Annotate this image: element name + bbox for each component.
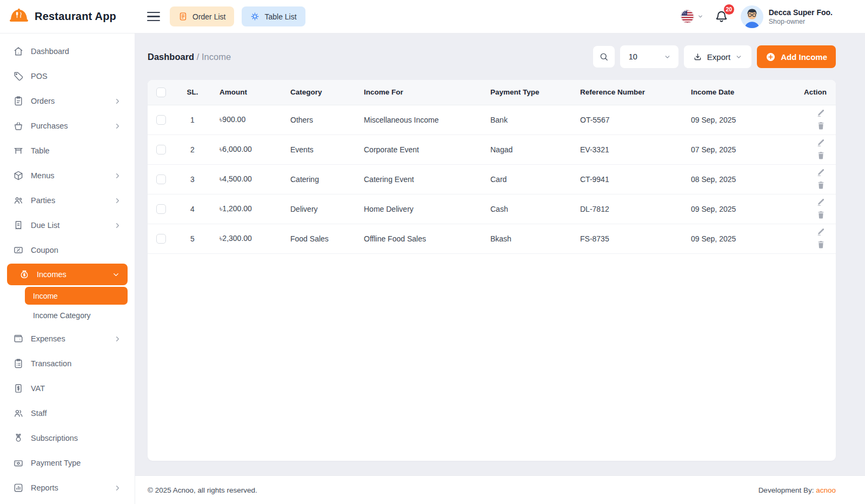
brand-name: Restaurant App — [35, 10, 116, 23]
export-button[interactable]: Export — [684, 45, 751, 68]
table-row: 4 ৳1,200.00 Delivery Home Delivery Cash … — [148, 194, 836, 224]
edit-button[interactable] — [815, 196, 827, 209]
basket-icon — [13, 120, 24, 131]
export-label: Export — [707, 52, 730, 62]
menu-toggle-button[interactable] — [145, 10, 162, 24]
sidebar-item-reports[interactable]: Reports — [0, 475, 135, 500]
sidebar-item-label: Orders — [31, 97, 55, 105]
sidebar-item-menus[interactable]: Menus — [0, 163, 135, 188]
chevron-right-icon — [114, 122, 122, 130]
sidebar-item-income[interactable]: Income — [25, 287, 128, 305]
payment-type-cell: Card — [490, 164, 580, 194]
acnoo-link[interactable]: acnoo — [816, 486, 836, 494]
category-cell: Events — [290, 135, 364, 164]
amount-cell: ৳4,500.00 — [211, 164, 290, 194]
sidebar-item-table[interactable]: Table — [0, 138, 135, 163]
order-list-button[interactable]: Order List — [170, 6, 234, 26]
row-checkbox[interactable] — [156, 145, 166, 154]
sidebar-item-label: Reports — [31, 483, 58, 492]
row-checkbox[interactable] — [156, 234, 166, 244]
edit-button[interactable] — [815, 107, 827, 120]
income-for-cell: Miscellaneous Income — [364, 105, 490, 135]
sl-cell: 3 — [174, 164, 211, 194]
breadcrumb: Dashboard / Income — [148, 52, 231, 62]
reference-cell: FS-8735 — [580, 224, 691, 253]
wallet-icon — [13, 333, 24, 344]
select-all-checkbox[interactable] — [156, 88, 166, 97]
table-icon — [13, 145, 24, 156]
sidebar-item-income-category[interactable]: Income Category — [25, 306, 128, 325]
row-checkbox[interactable] — [156, 204, 166, 214]
top-header: Restaurant App Order List Table List — [0, 0, 865, 33]
income-table-card: SL. Amount Category Income For Payment T… — [148, 80, 836, 461]
sidebar-item-label: Menus — [31, 171, 55, 180]
chevron-right-icon — [114, 335, 122, 343]
sidebar-item-subscriptions[interactable]: Subscriptions — [0, 426, 135, 451]
sidebar-item-label: Incomes — [37, 270, 66, 279]
user-name: Decca Super Foo. — [769, 8, 833, 17]
chevron-right-icon — [114, 197, 122, 205]
ticket-icon — [13, 245, 24, 256]
row-checkbox[interactable] — [156, 115, 166, 125]
income-for-cell: Corporate Event — [364, 135, 490, 164]
footer: © 2025 Acnoo, all rights reserved. Devel… — [135, 475, 865, 504]
reference-cell: DL-7812 — [580, 194, 691, 224]
header-action: Action — [791, 80, 836, 105]
sidebar-item-incomes[interactable]: Incomes — [7, 264, 128, 285]
sidebar-item-orders[interactable]: Orders — [0, 89, 135, 113]
user-menu[interactable]: Decca Super Foo. Shop-owner — [741, 5, 833, 28]
package-icon — [13, 170, 24, 181]
page-head: Dashboard / Income 10 Export Add Income — [148, 33, 836, 80]
sl-cell: 1 — [174, 105, 211, 135]
chevron-down-icon — [735, 53, 742, 61]
sidebar-item-payment-type[interactable]: Payment Type — [0, 451, 135, 475]
copyright-text: © 2025 Acnoo, all rights reserved. — [148, 486, 257, 494]
breadcrumb-dashboard[interactable]: Dashboard — [148, 52, 194, 62]
breadcrumb-current: Income — [202, 52, 231, 62]
sidebar-item-dashboard[interactable]: Dashboard — [0, 39, 135, 64]
sidebar-item-vat[interactable]: VAT — [0, 376, 135, 401]
add-income-button[interactable]: Add Income — [757, 45, 836, 68]
notifications-button[interactable]: 20 — [714, 8, 729, 25]
sidebar-item-label: Subscriptions — [31, 434, 78, 442]
search-button[interactable] — [593, 46, 615, 68]
edit-button[interactable] — [815, 166, 827, 179]
user-meta: Decca Super Foo. Shop-owner — [769, 8, 833, 25]
delete-button[interactable] — [815, 150, 827, 163]
sidebar-item-pos[interactable]: POS — [0, 64, 135, 89]
income-for-cell: Home Delivery — [364, 194, 490, 224]
table-row: 1 ৳900.00 Others Miscellaneous Income Ba… — [148, 105, 836, 135]
pencil-icon — [816, 167, 826, 177]
delete-button[interactable] — [815, 239, 827, 252]
edit-button[interactable] — [815, 137, 827, 150]
date-cell: 09 Sep, 2025 — [691, 224, 791, 253]
sidebar-item-coupon[interactable]: Coupon — [0, 238, 135, 263]
sidebar-item-label: Purchases — [31, 122, 68, 130]
sidebar-item-staff[interactable]: Staff — [0, 401, 135, 426]
receipt-icon — [13, 220, 24, 231]
edit-button[interactable] — [815, 226, 827, 239]
delete-button[interactable] — [815, 179, 827, 192]
sidebar-item-transaction[interactable]: Transaction — [0, 351, 135, 376]
date-cell: 08 Sep, 2025 — [691, 164, 791, 194]
table-row: 2 ৳6,000.00 Events Corporate Event Nagad… — [148, 135, 836, 164]
sidebar-item-expenses[interactable]: Expenses — [0, 326, 135, 351]
row-checkbox[interactable] — [156, 174, 166, 184]
pencil-icon — [816, 197, 826, 206]
chevron-down-icon — [112, 271, 120, 279]
category-cell: Delivery — [290, 194, 364, 224]
sidebar-item-purchases[interactable]: Purchases — [0, 113, 135, 138]
banknote-icon — [13, 458, 24, 468]
reference-cell: CT-9941 — [580, 164, 691, 194]
delete-button[interactable] — [815, 120, 827, 133]
amount-cell: ৳6,000.00 — [211, 135, 290, 164]
category-cell: Others — [290, 105, 364, 135]
amount-cell: ৳2,300.00 — [211, 224, 290, 253]
table-list-button[interactable]: Table List — [242, 6, 305, 26]
page-size-select[interactable]: 10 — [620, 45, 678, 68]
delete-button[interactable] — [815, 209, 827, 222]
sidebar-item-label: Parties — [31, 196, 55, 205]
sidebar-item-parties[interactable]: Parties — [0, 188, 135, 213]
sidebar-item-due-list[interactable]: Due List — [0, 213, 135, 238]
language-selector[interactable] — [681, 10, 703, 23]
